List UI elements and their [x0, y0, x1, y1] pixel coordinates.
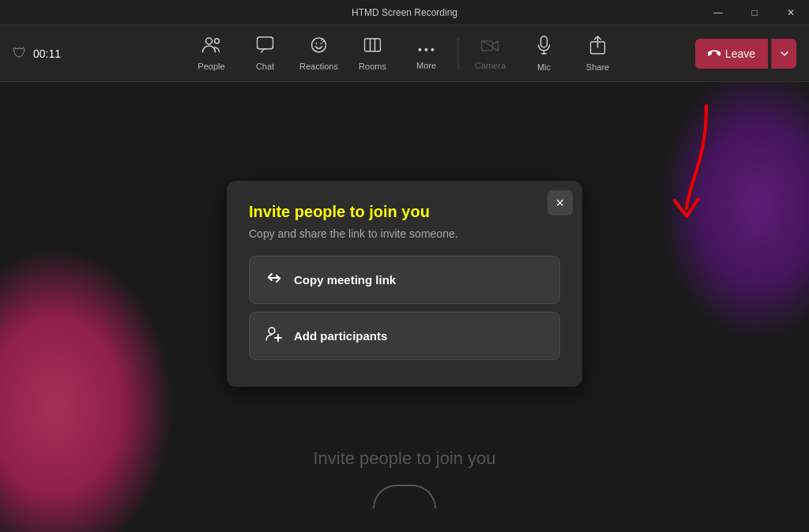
mic-label: Mic [537, 62, 551, 72]
svg-point-10 [425, 48, 428, 51]
svg-point-3 [312, 38, 326, 52]
share-icon [590, 36, 606, 59]
svg-point-4 [316, 43, 318, 44]
people-button[interactable]: People [186, 30, 237, 77]
share-button[interactable]: Share [573, 30, 623, 77]
svg-rect-6 [365, 39, 381, 51]
more-icon [417, 37, 436, 58]
copy-link-label: Copy meeting link [294, 273, 396, 287]
maximize-button[interactable]: □ [736, 0, 773, 25]
reactions-button[interactable]: Reactions [294, 30, 344, 77]
dialog-close-button[interactable]: ✕ [547, 190, 573, 215]
camera-icon [481, 37, 500, 58]
more-label: More [416, 61, 436, 70]
toolbar-right: Leave [695, 39, 796, 69]
share-label: Share [586, 62, 609, 72]
toolbar-left: 🛡 00:11 [13, 45, 61, 62]
people-icon [202, 36, 221, 58]
toolbar-divider [458, 38, 459, 69]
dialog-subtitle: Copy and share the link to invite someon… [249, 227, 560, 240]
svg-point-19 [269, 328, 275, 334]
mic-icon [538, 36, 551, 59]
svg-point-0 [206, 38, 213, 44]
invite-dialog: ✕ Invite people to join you Copy and sha… [227, 181, 582, 387]
svg-point-11 [431, 48, 435, 51]
add-participants-label: Add participants [294, 329, 387, 343]
rooms-button[interactable]: Rooms [348, 30, 398, 77]
copy-link-icon [265, 269, 283, 290]
leave-phone-icon [708, 47, 721, 60]
add-participants-icon [265, 325, 283, 347]
camera-button[interactable]: Camera [465, 30, 516, 77]
add-participants-button[interactable]: Add participants [249, 312, 560, 360]
reactions-icon [310, 36, 328, 58]
rooms-label: Rooms [359, 62, 386, 71]
svg-rect-2 [258, 37, 273, 49]
dialog-title: Invite people to join you [249, 203, 560, 221]
leave-label: Leave [725, 47, 755, 60]
people-label: People [198, 62, 224, 71]
main-content: Invite people to join you ✕ Invite peopl… [0, 82, 809, 532]
svg-point-9 [419, 48, 422, 51]
dialog-overlay: ✕ Invite people to join you Copy and sha… [0, 82, 809, 532]
more-button[interactable]: More [401, 30, 452, 77]
annotation-arrow-svg [643, 98, 738, 224]
title-bar: HTMD Screen Recording — □ ✕ [0, 0, 809, 25]
close-button[interactable]: ✕ [773, 0, 809, 25]
copy-link-button[interactable]: Copy meeting link [249, 256, 560, 304]
chat-button[interactable]: Chat [240, 30, 291, 77]
call-timer: 00:11 [33, 47, 61, 60]
dialog-close-icon: ✕ [555, 197, 565, 209]
app-title: HTMD Screen Recording [352, 7, 457, 18]
toolbar-center: People Chat React [186, 30, 623, 77]
leave-dropdown-button[interactable] [771, 39, 796, 69]
leave-button[interactable]: Leave [695, 39, 768, 69]
svg-rect-14 [541, 36, 547, 47]
svg-point-5 [321, 43, 322, 44]
minimize-button[interactable]: — [700, 0, 736, 25]
chat-label: Chat [256, 62, 274, 71]
window-controls: — □ ✕ [700, 0, 809, 24]
mic-button[interactable]: Mic [519, 30, 570, 77]
rooms-icon [364, 36, 382, 58]
arrow-annotation [643, 98, 738, 227]
shield-icon: 🛡 [13, 45, 27, 62]
reactions-label: Reactions [299, 62, 338, 71]
chat-icon [257, 36, 274, 58]
camera-label: Camera [475, 61, 506, 70]
chevron-down-icon [781, 51, 788, 56]
svg-point-1 [215, 39, 220, 43]
toolbar: 🛡 00:11 People Chat [0, 25, 809, 82]
